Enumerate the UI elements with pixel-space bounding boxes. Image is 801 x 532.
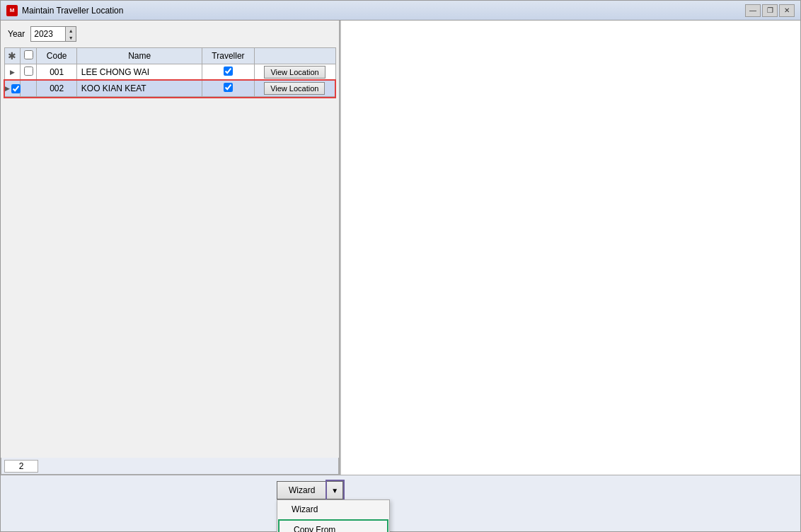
table-row: ▶ 002 KOO KIAN KEAT: [4, 81, 335, 97]
bottom-bar: Wizard ▼ Wizard Copy From Clear All: [1, 475, 800, 531]
header-name: Name: [76, 48, 202, 64]
wizard-dropdown-menu: Wizard Copy From Clear All: [277, 499, 390, 532]
data-table: ✱ Code Name Traveller: [4, 47, 336, 97]
row-traveller-cell: [202, 64, 254, 81]
row-checkbox-cell: [21, 81, 37, 97]
table-header-row: ✱ Code Name Traveller: [4, 48, 335, 64]
left-panel: Year ▲ ▼ ✱ Code: [1, 21, 340, 475]
row-arrow-icon: ▶: [5, 85, 10, 92]
row-action-cell: View Location: [254, 81, 335, 97]
row-indicator-cell: ▶: [4, 81, 21, 97]
table-row: ▶ 001 LEE CHONG WAI: [4, 64, 335, 81]
right-panel: [340, 21, 800, 475]
wizard-main-button[interactable]: Wizard: [277, 481, 327, 499]
close-button[interactable]: ✕: [779, 4, 795, 17]
view-location-button[interactable]: View Location: [264, 66, 325, 79]
title-buttons: — ❐ ✕: [745, 4, 795, 17]
wizard-button-group: Wizard ▼: [277, 481, 343, 499]
header-action: [254, 48, 335, 64]
app-icon: M: [6, 5, 18, 16]
year-down-button[interactable]: ▼: [66, 34, 76, 41]
row-checkbox-cell: [21, 64, 37, 81]
wizard-menu-item-wizard[interactable]: Wizard: [277, 500, 389, 519]
header-code: Code: [37, 48, 76, 64]
traveller-checkbox[interactable]: [224, 83, 233, 92]
main-content: Year ▲ ▼ ✱ Code: [1, 21, 800, 475]
row-arrow-icon: ▶: [10, 69, 15, 76]
traveller-checkbox[interactable]: [224, 66, 233, 76]
minimize-button[interactable]: —: [745, 4, 761, 17]
row-name-cell: KOO KIAN KEAT: [76, 81, 202, 97]
row-indicator-cell: ▶: [4, 64, 21, 81]
dropdown-arrow-icon: ▼: [331, 487, 338, 495]
row-code-cell: 002: [37, 81, 76, 97]
row-action-cell: View Location: [254, 64, 335, 81]
header-asterisk: ✱: [4, 48, 21, 64]
table-footer: 2: [1, 458, 339, 475]
row-select-checkbox[interactable]: [11, 84, 21, 93]
select-all-checkbox[interactable]: [24, 50, 33, 59]
year-spinner: ▲ ▼: [65, 27, 76, 41]
year-input[interactable]: [31, 27, 65, 41]
header-checkbox: [21, 48, 37, 64]
year-label: Year: [8, 29, 25, 39]
title-bar: M Maintain Traveller Location — ❐ ✕: [1, 1, 800, 21]
main-window: M Maintain Traveller Location — ❐ ✕ Year…: [0, 0, 801, 532]
row-traveller-cell: [202, 81, 254, 97]
row-name-cell: LEE CHONG WAI: [76, 64, 202, 81]
row-select-checkbox[interactable]: [24, 66, 33, 76]
record-count: 2: [4, 460, 38, 473]
header-traveller: Traveller: [202, 48, 254, 64]
table-container: ✱ Code Name Traveller: [4, 47, 336, 458]
wizard-dropdown-button[interactable]: ▼: [327, 481, 343, 499]
year-up-button[interactable]: ▲: [66, 27, 76, 34]
wizard-menu-item-copy-from[interactable]: Copy From: [278, 519, 388, 532]
window-title: Maintain Traveller Location: [22, 6, 745, 16]
view-location-button[interactable]: View Location: [264, 82, 325, 95]
year-row: Year ▲ ▼: [1, 21, 339, 47]
row-code-cell: 001: [37, 64, 76, 81]
restore-button[interactable]: ❐: [762, 4, 778, 17]
year-input-wrap: ▲ ▼: [30, 26, 76, 42]
